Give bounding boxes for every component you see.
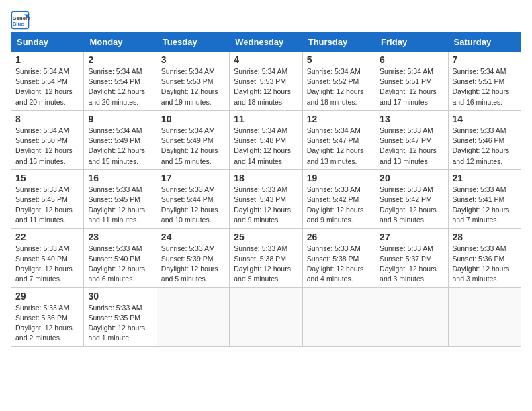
daylight-label: Daylight: 12 hours and 12 minutes. xyxy=(453,146,510,165)
day-info: Sunrise: 5:34 AM Sunset: 5:54 PM Dayligh… xyxy=(15,66,79,107)
sunrise-label: Sunrise: 5:33 AM xyxy=(161,185,215,193)
sunrise-label: Sunrise: 5:34 AM xyxy=(15,67,69,75)
calendar-week-row: 1 Sunrise: 5:34 AM Sunset: 5:54 PM Dayli… xyxy=(11,52,521,111)
calendar-cell: 9 Sunrise: 5:34 AM Sunset: 5:49 PM Dayli… xyxy=(84,110,157,169)
sunrise-label: Sunrise: 5:33 AM xyxy=(88,185,142,193)
calendar-week-row: 29 Sunrise: 5:33 AM Sunset: 5:36 PM Dayl… xyxy=(11,287,521,347)
daylight-label: Daylight: 12 hours and 18 minutes. xyxy=(307,87,364,105)
day-number: 25 xyxy=(234,232,298,242)
calendar-cell: 16 Sunrise: 5:33 AM Sunset: 5:45 PM Dayl… xyxy=(84,169,157,228)
day-info: Sunrise: 5:33 AM Sunset: 5:37 PM Dayligh… xyxy=(380,244,443,285)
day-number: 13 xyxy=(380,113,443,124)
calendar-cell xyxy=(157,287,229,347)
calendar-table: SundayMondayTuesdayWednesdayThursdayFrid… xyxy=(11,32,521,347)
weekday-header: Wednesday xyxy=(230,33,302,52)
day-number: 21 xyxy=(453,173,517,183)
day-number: 4 xyxy=(234,54,298,65)
sunset-label: Sunset: 5:45 PM xyxy=(88,195,140,203)
calendar-week-row: 22 Sunrise: 5:33 AM Sunset: 5:40 PM Dayl… xyxy=(11,228,521,287)
sunrise-label: Sunrise: 5:33 AM xyxy=(15,244,69,253)
calendar-cell: 29 Sunrise: 5:33 AM Sunset: 5:36 PM Dayl… xyxy=(11,287,84,347)
calendar-cell: 28 Sunrise: 5:33 AM Sunset: 5:36 PM Dayl… xyxy=(448,228,521,287)
logo: General Blue xyxy=(11,11,32,30)
day-info: Sunrise: 5:34 AM Sunset: 5:48 PM Dayligh… xyxy=(234,126,298,167)
day-info: Sunrise: 5:33 AM Sunset: 5:45 PM Dayligh… xyxy=(88,185,152,226)
calendar-cell: 12 Sunrise: 5:34 AM Sunset: 5:47 PM Dayl… xyxy=(302,110,375,169)
calendar-cell: 23 Sunrise: 5:33 AM Sunset: 5:40 PM Dayl… xyxy=(84,228,157,287)
day-number: 23 xyxy=(88,232,152,242)
sunrise-label: Sunrise: 5:33 AM xyxy=(234,244,287,253)
sunrise-label: Sunrise: 5:33 AM xyxy=(234,185,287,193)
daylight-label: Daylight: 12 hours and 16 minutes. xyxy=(15,146,73,165)
daylight-label: Daylight: 12 hours and 20 minutes. xyxy=(15,87,73,105)
calendar-cell: 25 Sunrise: 5:33 AM Sunset: 5:38 PM Dayl… xyxy=(230,228,302,287)
sunset-label: Sunset: 5:54 PM xyxy=(15,77,68,85)
day-number: 29 xyxy=(15,291,79,302)
day-info: Sunrise: 5:34 AM Sunset: 5:52 PM Dayligh… xyxy=(307,66,371,107)
calendar-cell: 22 Sunrise: 5:33 AM Sunset: 5:40 PM Dayl… xyxy=(11,228,84,287)
sunset-label: Sunset: 5:51 PM xyxy=(380,77,432,85)
day-number: 5 xyxy=(307,54,371,65)
calendar-cell: 2 Sunrise: 5:34 AM Sunset: 5:54 PM Dayli… xyxy=(84,52,157,111)
daylight-label: Daylight: 12 hours and 9 minutes. xyxy=(234,205,291,224)
day-number: 11 xyxy=(234,113,298,124)
calendar-cell: 17 Sunrise: 5:33 AM Sunset: 5:44 PM Dayl… xyxy=(157,169,229,228)
sunrise-label: Sunrise: 5:34 AM xyxy=(380,67,433,75)
sunrise-label: Sunrise: 5:34 AM xyxy=(88,67,142,75)
day-number: 1 xyxy=(15,54,79,65)
day-number: 28 xyxy=(453,232,517,242)
day-info: Sunrise: 5:34 AM Sunset: 5:47 PM Dayligh… xyxy=(307,126,371,167)
sunrise-label: Sunrise: 5:34 AM xyxy=(307,67,361,75)
sunrise-label: Sunrise: 5:33 AM xyxy=(453,126,506,134)
day-info: Sunrise: 5:33 AM Sunset: 5:36 PM Dayligh… xyxy=(453,244,517,285)
day-number: 14 xyxy=(453,113,517,124)
sunrise-label: Sunrise: 5:33 AM xyxy=(380,185,433,193)
calendar-header-row: SundayMondayTuesdayWednesdayThursdayFrid… xyxy=(11,33,521,52)
day-number: 17 xyxy=(161,173,225,183)
calendar-cell xyxy=(375,287,448,347)
day-number: 8 xyxy=(15,113,79,124)
sunset-label: Sunset: 5:52 PM xyxy=(307,77,359,85)
day-number: 7 xyxy=(453,54,517,65)
day-info: Sunrise: 5:33 AM Sunset: 5:35 PM Dayligh… xyxy=(88,303,152,344)
sunset-label: Sunset: 5:41 PM xyxy=(453,195,505,203)
calendar-cell: 7 Sunrise: 5:34 AM Sunset: 5:51 PM Dayli… xyxy=(448,52,521,111)
calendar-week-row: 15 Sunrise: 5:33 AM Sunset: 5:45 PM Dayl… xyxy=(11,169,521,228)
daylight-label: Daylight: 12 hours and 19 minutes. xyxy=(161,87,218,105)
calendar-cell: 21 Sunrise: 5:33 AM Sunset: 5:41 PM Dayl… xyxy=(448,169,521,228)
sunrise-label: Sunrise: 5:34 AM xyxy=(88,126,142,134)
day-number: 16 xyxy=(88,173,152,183)
day-number: 18 xyxy=(234,173,298,183)
sunset-label: Sunset: 5:36 PM xyxy=(15,314,68,322)
svg-text:Blue: Blue xyxy=(13,21,24,27)
sunrise-label: Sunrise: 5:34 AM xyxy=(234,126,287,134)
daylight-label: Daylight: 12 hours and 16 minutes. xyxy=(453,87,510,105)
calendar-cell: 26 Sunrise: 5:33 AM Sunset: 5:38 PM Dayl… xyxy=(302,228,375,287)
daylight-label: Daylight: 12 hours and 8 minutes. xyxy=(380,205,437,224)
day-info: Sunrise: 5:33 AM Sunset: 5:39 PM Dayligh… xyxy=(161,244,225,285)
day-number: 10 xyxy=(161,113,225,124)
day-number: 15 xyxy=(15,173,79,183)
sunrise-label: Sunrise: 5:33 AM xyxy=(453,244,506,253)
daylight-label: Daylight: 12 hours and 13 minutes. xyxy=(380,146,437,165)
calendar-cell: 3 Sunrise: 5:34 AM Sunset: 5:53 PM Dayli… xyxy=(157,52,229,111)
sunset-label: Sunset: 5:49 PM xyxy=(161,136,214,144)
page-header: General Blue xyxy=(11,11,521,30)
day-info: Sunrise: 5:33 AM Sunset: 5:42 PM Dayligh… xyxy=(307,185,371,226)
daylight-label: Daylight: 12 hours and 1 minute. xyxy=(88,324,145,342)
day-number: 3 xyxy=(161,54,225,65)
day-info: Sunrise: 5:33 AM Sunset: 5:43 PM Dayligh… xyxy=(234,185,298,226)
weekday-header: Saturday xyxy=(448,33,521,52)
day-number: 9 xyxy=(88,113,152,124)
sunrise-label: Sunrise: 5:34 AM xyxy=(15,126,69,134)
day-info: Sunrise: 5:33 AM Sunset: 5:40 PM Dayligh… xyxy=(88,244,152,285)
daylight-label: Daylight: 12 hours and 7 minutes. xyxy=(15,265,73,283)
calendar-cell: 13 Sunrise: 5:33 AM Sunset: 5:47 PM Dayl… xyxy=(375,110,448,169)
daylight-label: Daylight: 12 hours and 7 minutes. xyxy=(453,205,510,224)
day-number: 12 xyxy=(307,113,371,124)
calendar-cell: 30 Sunrise: 5:33 AM Sunset: 5:35 PM Dayl… xyxy=(84,287,157,347)
day-info: Sunrise: 5:34 AM Sunset: 5:51 PM Dayligh… xyxy=(380,66,443,107)
day-info: Sunrise: 5:33 AM Sunset: 5:38 PM Dayligh… xyxy=(307,244,371,285)
day-info: Sunrise: 5:33 AM Sunset: 5:44 PM Dayligh… xyxy=(161,185,225,226)
sunset-label: Sunset: 5:47 PM xyxy=(380,136,432,144)
